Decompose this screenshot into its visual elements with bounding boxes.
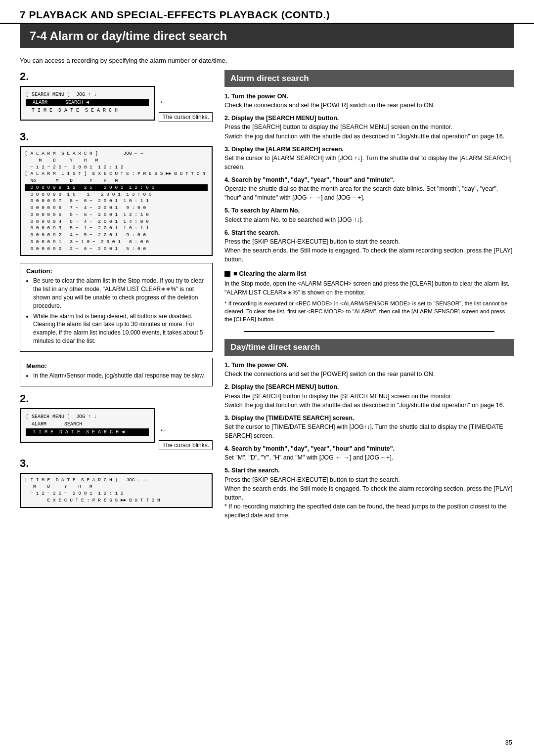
clearing-body: In the Stop mode, open the <ALARM SEARCH… <box>224 280 514 297</box>
alarm-section-title: Alarm direct search <box>230 74 309 83</box>
alarm-step-1-body: Check the connections and set the [POWER… <box>224 102 435 109</box>
alarm-steps: 1. Turn the power ON. Check the connecti… <box>224 92 514 264</box>
daytime-step-1: 1. Turn the power ON. Check the connecti… <box>224 361 514 378</box>
alarm-step-3-title: Display the [ALARM SEARCH] screen. <box>231 146 344 153</box>
daytime-step-1-title: Turn the power ON. <box>231 362 288 369</box>
chapter-title: 7 PLAYBACK AND SPECIAL-EFFECTS PLAYBACK … <box>20 9 514 21</box>
alarm-step-4: 4. Search by "month", "day", "year", "ho… <box>224 175 514 202</box>
daytime-step-5: 5. Start the search. Press the [SKIP SEA… <box>224 466 514 520</box>
cursor-blinks-label: The cursor blinks. <box>159 112 213 122</box>
s4-l3: − 1 2 − 2 5 − 2 0 0 1 1 2 : 1 2 <box>25 490 208 497</box>
s2-l14: 0 0 0 0 9 1 3 − 1 0 − 2 0 0 1 8 : 0 0 <box>25 239 208 246</box>
daytime-step-5-body: Press the [SKIP SEARCH·EXECUTE] button t… <box>224 476 513 519</box>
left-column: 2. [ SEARCH MENU ] JOG ↑ ↓ ALARM SEARCH … <box>20 70 213 524</box>
screen3: [ SEARCH MENU ] JOG ↑ ↓ ALARM SEARCH T I… <box>20 408 155 443</box>
alarm-step-1-num: 1. <box>224 93 231 100</box>
alarm-step-4-body: Operate the shuttle dial so that the mon… <box>224 185 498 201</box>
alarm-step-2-body: Press the [SEARCH] button to display the… <box>224 124 504 139</box>
daytime-step-2-title: Display the [SEARCH MENU] button. <box>231 383 339 390</box>
right-column: Alarm direct search 1. Turn the power ON… <box>224 70 514 524</box>
s2-l5: No M D Y H M <box>25 177 208 184</box>
alarm-step-1-title: Turn the power ON. <box>231 93 288 100</box>
clearing-title-text: ■ Clearing the alarm list <box>233 270 306 277</box>
s4-l1: [ T I M E D A T E S E A R C H ] JOG ← → <box>25 477 208 484</box>
clearing-section: ■ Clearing the alarm list In the Stop mo… <box>224 270 514 323</box>
step-3-daytime: 3. [ T I M E D A T E S E A R C H ] JOG ←… <box>20 457 213 508</box>
daytime-step-2-body: Press the [SEARCH] button to display the… <box>224 393 504 409</box>
clearing-title: ■ Clearing the alarm list <box>224 270 514 277</box>
alarm-step-4-num: 4. <box>224 176 231 183</box>
daytime-section-title: Day/time direct search <box>230 342 320 352</box>
memo-item-1: In the Alarm/Sensor mode, jog/shuttle di… <box>33 372 206 380</box>
daytime-step-3: 3. Display the [TIME/DATE SEARCH] screen… <box>224 414 514 440</box>
daytime-step-1-num: 1. <box>224 362 231 369</box>
screen1-line3: T I M E D A T E S E A R C H <box>26 107 149 114</box>
daytime-step-3-body: Set the cursor to [TIME/DATE SEARCH] wit… <box>224 423 503 439</box>
alarm-section-header: Alarm direct search <box>224 70 514 87</box>
alarm-step-5-num: 5. <box>224 207 231 214</box>
daytime-step-2-num: 2. <box>224 383 231 390</box>
s4-l4: E X E C U T E : P R E S S ►► B U T T O N <box>25 497 208 504</box>
step-2-daytime: 2. [ SEARCH MENU ] JOG ↑ ↓ ALARM SEARCH … <box>20 392 213 450</box>
section-divider <box>244 331 494 332</box>
s4-l2: M D Y H M <box>25 483 208 490</box>
daytime-step-5-title: Start the search. <box>231 467 280 474</box>
page-number: 35 <box>505 739 512 746</box>
alarm-step-1: 1. Turn the power ON. Check the connecti… <box>224 92 514 110</box>
s2-l2: M D Y H M <box>25 157 208 164</box>
black-square-icon <box>224 271 230 277</box>
daytime-step-1-body: Check the connections and set the [POWER… <box>224 371 435 378</box>
daytime-section-header: Day/time direct search <box>224 339 514 356</box>
alarm-step-5: 5. To search by Alarm No. Select the ala… <box>224 206 514 224</box>
caution-list: Be sure to clear the alarm list in the S… <box>26 277 206 345</box>
daytime-step-4: 4. Search by "month", "day", "year", "ho… <box>224 444 514 462</box>
cursor-blinks-label2: The cursor blinks. <box>159 440 213 450</box>
memo-title: Memo: <box>26 362 206 370</box>
screen4: [ T I M E D A T E S E A R C H ] JOG ← → … <box>20 473 213 508</box>
daytime-step-4-num: 4. <box>224 445 231 452</box>
cursor-arrow2-icon: ← <box>159 425 168 435</box>
daytime-step-3-title: Display the [TIME/DATE SEARCH] screen. <box>231 415 354 421</box>
memo-box: Memo: In the Alarm/Sensor mode, jog/shut… <box>20 358 213 386</box>
alarm-step-2-title: Display the [SEARCH MENU] button. <box>231 115 339 122</box>
daytime-step-4-title: Search by "month", "day", "year", "hour"… <box>231 445 395 452</box>
clearing-note: * If recording is executed or <REC MODE>… <box>224 299 514 323</box>
alarm-step-6-num: 6. <box>224 229 231 236</box>
daytime-step-5-num: 5. <box>224 467 231 474</box>
screen1-container: [ SEARCH MENU ] JOG ↑ ↓ ALARM SEARCH ◄ T… <box>20 86 213 124</box>
caution-title: Caution: <box>26 267 206 275</box>
step-3-alarm: 3. [ A L A R M S E A R C H ] JOG ← → M D… <box>20 130 213 256</box>
daytime-step-3-num: 3. <box>224 415 231 421</box>
s3-l1: [ SEARCH MENU ] JOG ↑ ↓ <box>26 413 149 420</box>
step-3-alarm-label: 3. <box>20 130 213 143</box>
s3-l2: ALARM SEARCH <box>26 420 149 428</box>
alarm-step-5-title: To search by Alarm No. <box>231 207 300 214</box>
step-2b-label: 2. <box>20 392 213 405</box>
alarm-step-6-title: Start the search. <box>231 229 280 236</box>
s2-l6: 0 0 0 0 9 9 1 2 − 2 5 − 2 0 0 1 1 2 : 0 … <box>25 184 208 191</box>
caution-item-1: Be sure to clear the alarm list in the S… <box>33 277 206 310</box>
alarm-step-5-body: Select the alarm No. to be searched with… <box>224 216 363 223</box>
caution-box: Caution: Be sure to clear the alarm list… <box>20 263 213 351</box>
s2-l11: 0 0 0 0 9 4 5 − 4 − 2 0 0 1 1 4 : 0 0 <box>25 218 208 225</box>
section-title-bar: 7-4 Alarm or day/time direct search <box>20 24 514 48</box>
screen1: [ SEARCH MENU ] JOG ↑ ↓ ALARM SEARCH ◄ T… <box>20 86 155 121</box>
alarm-step-3-num: 3. <box>224 146 231 153</box>
daytime-step-2: 2. Display the [SEARCH MENU] button. Pre… <box>224 382 514 409</box>
alarm-step-2: 2. Display the [SEARCH MENU] button. Pre… <box>224 114 514 140</box>
s2-l8: 0 0 0 0 9 7 8 − 6 − 2 0 0 1 1 0 : 1 1 <box>25 198 208 205</box>
alarm-step-6-body: Press the [SKIP SEARCH·EXECUTE] button t… <box>224 238 513 263</box>
intro-text: You can access a recording by specifying… <box>0 57 534 70</box>
screen3-container: [ SEARCH MENU ] JOG ↑ ↓ ALARM SEARCH T I… <box>20 408 213 450</box>
s2-l7: 0 0 0 0 9 8 1 0 − 1 − 2 0 0 1 1 3 : 0 0 <box>25 191 208 198</box>
memo-list: In the Alarm/Sensor mode, jog/shuttle di… <box>26 372 206 380</box>
cursor-blinks-area: ← The cursor blinks. <box>159 86 213 122</box>
s2-l1: [ A L A R M S E A R C H ] JOG ← → <box>25 150 208 157</box>
s2-l4: [ A L A R M L I S T ] E X E C U T E : P … <box>25 170 208 177</box>
alarm-step-3: 3. Display the [ALARM SEARCH] screen. Se… <box>224 145 514 171</box>
cursor-blinks-area2: ← The cursor blinks. <box>159 408 213 450</box>
s2-l13: 0 0 0 0 9 2 4 − 5 − 2 0 0 1 9 : 0 0 <box>25 232 208 239</box>
alarm-step-3-body: Set the cursor to [ALARM SEARCH] with [J… <box>224 155 512 170</box>
step-2-alarm: 2. [ SEARCH MENU ] JOG ↑ ↓ ALARM SEARCH … <box>20 70 213 124</box>
step-3b-label: 3. <box>20 457 213 470</box>
